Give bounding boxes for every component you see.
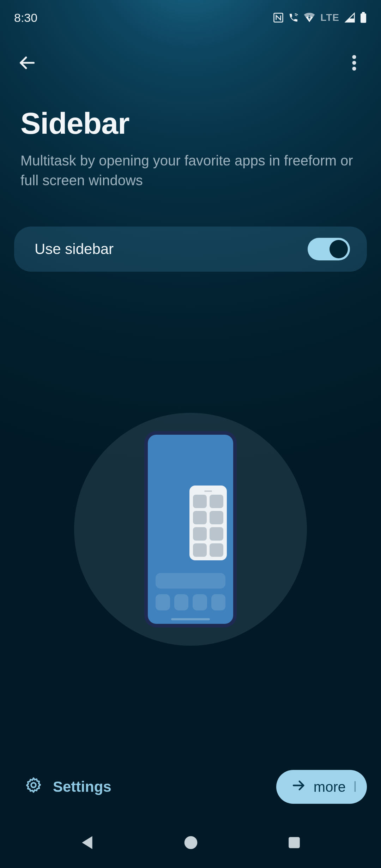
phone-illustration [144, 431, 237, 627]
illustration [0, 413, 381, 646]
use-sidebar-row[interactable]: Use sidebar [14, 227, 367, 272]
network-label: LTE [320, 12, 339, 23]
more-truncation-hint: l [353, 770, 358, 804]
more-label: more [314, 779, 346, 795]
nav-recents-button[interactable] [288, 836, 301, 851]
nfc-icon [273, 12, 284, 23]
svg-point-8 [31, 783, 36, 787]
more-vert-icon [352, 55, 356, 72]
more-button[interactable]: more l [276, 770, 367, 804]
svg-point-5 [352, 55, 356, 59]
dock-row-illustration [156, 594, 225, 610]
sidebar-panel-illustration [189, 486, 227, 560]
svg-point-6 [352, 61, 356, 65]
illustration-circle [74, 413, 307, 646]
svg-point-7 [352, 67, 356, 71]
svg-rect-1 [308, 17, 310, 18]
battery-icon [360, 12, 367, 23]
page-title: Sidebar [20, 106, 361, 141]
status-bar: 8:30 LTE [0, 0, 381, 35]
settings-link[interactable]: Settings [25, 776, 111, 797]
use-sidebar-label: Use sidebar [35, 241, 114, 258]
page-subtitle: Multitask by opening your favorite apps … [20, 151, 361, 190]
back-button[interactable] [13, 49, 41, 78]
wifi-calling-icon [288, 12, 299, 23]
svg-rect-2 [361, 13, 366, 23]
svg-rect-11 [289, 837, 300, 848]
gear-icon [25, 776, 42, 797]
home-indicator-illustration [171, 618, 210, 620]
arrow-left-icon [18, 54, 36, 73]
settings-label: Settings [53, 778, 111, 795]
page-header: Sidebar Multitask by opening your favori… [20, 106, 361, 190]
svg-point-10 [185, 836, 198, 849]
status-time: 8:30 [14, 11, 37, 25]
app-bar [0, 46, 381, 81]
nav-back-button[interactable] [80, 835, 94, 852]
svg-rect-3 [362, 12, 365, 13]
arrow-right-icon [292, 778, 306, 796]
nav-home-button[interactable] [184, 836, 198, 851]
system-nav-bar [0, 819, 381, 868]
dock-search-illustration [156, 573, 225, 589]
overflow-menu-button[interactable] [340, 49, 368, 78]
wifi-icon [303, 13, 315, 23]
use-sidebar-toggle[interactable] [308, 238, 350, 260]
footer-row: Settings more l [25, 770, 367, 804]
phone-screen [148, 435, 233, 624]
status-icons: LTE [273, 12, 367, 23]
signal-icon [344, 12, 356, 23]
